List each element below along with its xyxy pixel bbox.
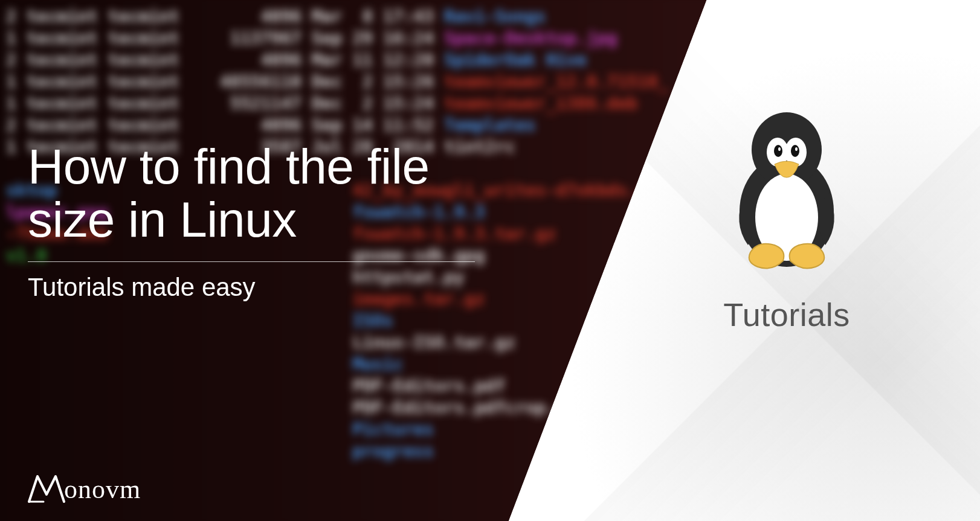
- svg-point-7: [778, 147, 781, 151]
- brand-logo: onovm: [27, 471, 141, 507]
- monovm-mark-icon: [27, 471, 66, 507]
- svg-point-8: [795, 147, 798, 151]
- tutorials-label: Tutorials: [723, 296, 850, 333]
- headline-divider: [28, 261, 475, 262]
- svg-point-5: [774, 145, 782, 157]
- headline-subtitle: Tutorials made easy: [28, 273, 475, 302]
- svg-point-6: [791, 145, 799, 157]
- headline-title: How to find the file size in Linux: [28, 140, 475, 246]
- headline-line2: size in Linux: [28, 192, 297, 247]
- tux-penguin-icon: [714, 103, 859, 272]
- headline-line1: How to find the file: [28, 139, 430, 194]
- brand-word: onovm: [64, 474, 141, 505]
- headline-block: How to find the file size in Linux Tutor…: [28, 140, 475, 302]
- promo-banner: 2 tecmint tecmint 4096 Mar 8 17:43 Ravi-…: [0, 0, 980, 521]
